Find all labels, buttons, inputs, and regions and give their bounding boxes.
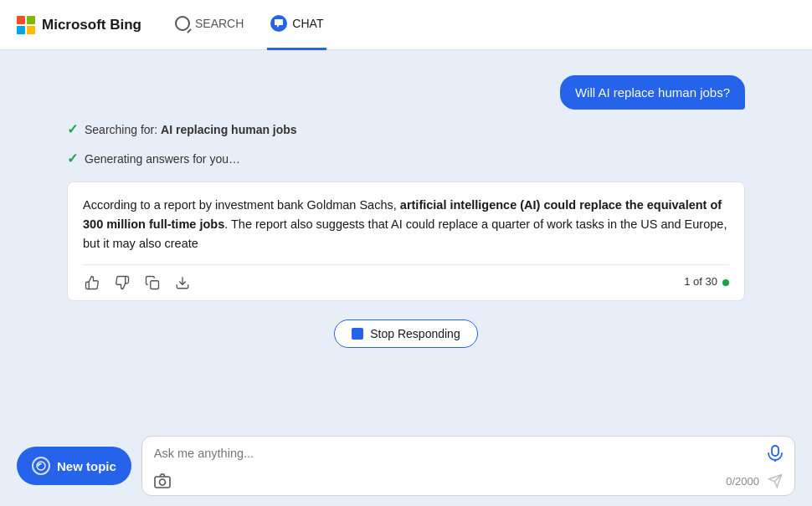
svg-rect-0: [151, 280, 159, 289]
header: Microsoft Bing SEARCH CHAT: [0, 0, 812, 50]
new-topic-button[interactable]: New topic: [17, 447, 131, 485]
download-button[interactable]: [173, 273, 192, 292]
new-topic-label: New topic: [57, 459, 116, 473]
status-generating-text: Generating answers for you…: [85, 152, 240, 166]
ask-input[interactable]: [154, 447, 761, 460]
input-bottom-row: 0/2000: [142, 470, 794, 495]
user-message-text: Will AI replace human jobs?: [575, 85, 730, 100]
ai-card-actions: 1 of 30: [83, 264, 729, 292]
status-generating: ✓ Generating answers for you…: [67, 151, 745, 166]
char-count: 0/2000: [726, 475, 759, 488]
bottom-input-area: New topic: [0, 427, 812, 506]
search-nav-item[interactable]: SEARCH: [172, 0, 247, 50]
ai-response-text: According to a report by investment bank…: [83, 196, 729, 254]
green-status-dot: [722, 279, 729, 286]
brand-name: Microsoft Bing: [42, 17, 141, 33]
main-content: Will AI replace human jobs? ✓ Searching …: [0, 50, 812, 506]
chat-nav-label: CHAT: [292, 17, 323, 30]
logo: Microsoft Bing: [17, 16, 141, 34]
page-indicator: 1 of 30: [684, 273, 729, 291]
stop-responding-container: Stop Responding: [67, 319, 745, 348]
ai-response-card: According to a report by investment bank…: [67, 181, 745, 301]
status-searching-text: Searching for: AI replacing human jobs: [85, 123, 297, 136]
thumbs-up-button[interactable]: [83, 273, 101, 292]
chat-area: Will AI replace human jobs? ✓ Searching …: [0, 50, 812, 427]
svg-rect-3: [772, 446, 779, 456]
svg-rect-5: [155, 477, 170, 488]
input-top-row: [142, 437, 794, 470]
search-icon: [175, 16, 190, 31]
page-count-text: 1 of 30: [684, 273, 717, 291]
microsoft-logo: [17, 16, 35, 34]
status-searching: ✓ Searching for: AI replacing human jobs: [67, 121, 745, 137]
stop-square-icon: [352, 328, 363, 340]
thumbs-down-button[interactable]: [113, 273, 131, 292]
check-icon-generating: ✓: [67, 151, 78, 166]
check-icon-searching: ✓: [67, 121, 78, 137]
input-row: New topic: [17, 436, 795, 496]
user-message-bubble: Will AI replace human jobs?: [560, 75, 745, 110]
chat-nav-item[interactable]: CHAT: [267, 0, 326, 50]
chat-icon: [270, 15, 287, 32]
input-box: 0/2000: [141, 436, 795, 496]
send-button[interactable]: [768, 473, 783, 488]
stop-responding-label: Stop Responding: [370, 327, 460, 340]
microphone-button[interactable]: [768, 445, 783, 462]
search-nav-label: SEARCH: [195, 17, 244, 30]
new-topic-icon: [32, 457, 50, 475]
svg-point-6: [159, 479, 165, 485]
input-footer-right: 0/2000: [726, 473, 783, 488]
camera-button[interactable]: [154, 473, 171, 488]
feedback-icons: [83, 273, 192, 292]
ai-text-normal-1: According to a report by investment bank…: [83, 198, 400, 212]
copy-button[interactable]: [143, 273, 162, 292]
stop-responding-button[interactable]: Stop Responding: [334, 319, 477, 348]
